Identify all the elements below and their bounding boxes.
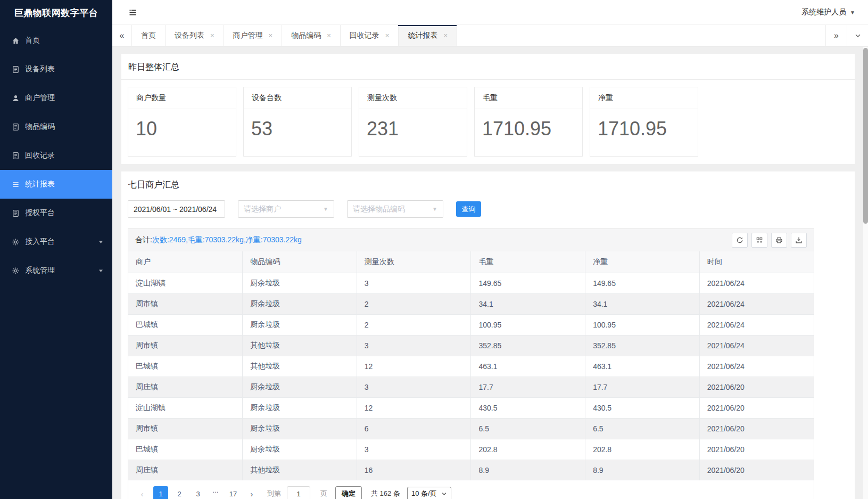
sidebar-item-label: 回收记录 xyxy=(25,151,55,160)
scroll-tabs-right-button[interactable]: » xyxy=(825,25,847,46)
sidebar-item-物品编码[interactable]: 物品编码 xyxy=(0,112,112,141)
tab-options-button[interactable] xyxy=(847,25,868,46)
print-button[interactable] xyxy=(771,233,787,248)
table-cell: 34.1 xyxy=(585,294,700,315)
table-cell: 巴城镇 xyxy=(128,439,243,460)
sidebar-item-系统管理[interactable]: 系统管理 xyxy=(0,256,112,285)
merchant-select[interactable]: 请选择商户 ▼ xyxy=(238,200,334,218)
tab-物品编码[interactable]: 物品编码× xyxy=(282,25,341,46)
tab-回收记录[interactable]: 回收记录× xyxy=(341,25,399,46)
seven-day-report-panel: 七日商户汇总 请选择商户 ▼ 请选择物品编码 ▼ 查询 合计:次数:2469,毛… xyxy=(121,171,855,499)
scroll-tabs-left-button[interactable]: « xyxy=(112,25,132,46)
stat-card-value: 1710.95 xyxy=(590,109,698,156)
sidebar-item-label: 设备列表 xyxy=(25,64,55,74)
gear-icon xyxy=(12,238,20,246)
page-button-17[interactable]: 17 xyxy=(226,486,241,499)
refresh-button[interactable] xyxy=(732,233,748,248)
tab-商户管理[interactable]: 商户管理× xyxy=(224,25,283,46)
table-cell: 352.85 xyxy=(585,336,700,356)
table-row: 巴城镇其他垃圾12463.1463.12021/06/24 xyxy=(128,356,814,377)
table-cell: 12 xyxy=(357,398,471,419)
stat-card-value: 231 xyxy=(359,109,467,156)
tab-统计报表[interactable]: 统计报表× xyxy=(399,25,457,46)
table-row: 周市镇其他垃圾3352.85352.852021/06/24 xyxy=(128,336,814,356)
table-cell: 厨余垃圾 xyxy=(243,419,357,439)
columns-icon xyxy=(756,236,763,244)
columns-button[interactable] xyxy=(751,233,767,248)
tab-label: 统计报表 xyxy=(408,31,437,40)
goto-page-input[interactable] xyxy=(287,486,310,499)
sidebar-item-label: 统计报表 xyxy=(25,179,55,189)
user-menu[interactable]: 系统维护人员 ▼ xyxy=(801,7,855,17)
page-button-2[interactable]: 2 xyxy=(172,486,187,499)
chevron-down-icon xyxy=(98,239,104,245)
caret-down-icon: ▼ xyxy=(323,206,328,212)
main-area: 系统维护人员 ▼ « 首页设备列表×商户管理×物品编码×回收记录×统计报表× »… xyxy=(112,0,868,499)
table-row: 淀山湖镇厨余垃圾3149.65149.652021/06/24 xyxy=(128,273,814,294)
close-tab-icon[interactable]: × xyxy=(327,32,331,39)
item-code-select[interactable]: 请选择物品编码 ▼ xyxy=(347,200,443,218)
page-size-select[interactable]: 10 条/页 xyxy=(407,487,451,499)
query-button[interactable]: 查询 xyxy=(456,201,481,217)
collapse-sidebar-icon[interactable] xyxy=(128,8,137,17)
sidebar-item-label: 物品编码 xyxy=(25,122,55,132)
table-row: 周市镇厨余垃圾234.134.12021/06/24 xyxy=(128,294,814,315)
table-header-row: 商户物品编码测量次数毛重净重时间 xyxy=(128,251,814,273)
page-button-3[interactable]: 3 xyxy=(191,486,205,499)
column-header: 测量次数 xyxy=(357,251,471,273)
sidebar-item-授权平台[interactable]: 授权平台 xyxy=(0,199,112,227)
table-cell: 17.7 xyxy=(471,377,585,398)
totals-value: 次数:2469,毛重:70303.22kg,净重:70303.22kg xyxy=(152,235,302,244)
prev-page-icon[interactable]: ‹ xyxy=(135,486,150,499)
tab-首页[interactable]: 首页 xyxy=(132,25,166,46)
table-cell: 淀山湖镇 xyxy=(128,273,243,294)
report-table: 商户物品编码测量次数毛重净重时间 淀山湖镇厨余垃圾3149.65149.6520… xyxy=(128,251,814,480)
yesterday-summary-title: 昨日整体汇总 xyxy=(121,54,855,80)
tab-bar-right-controls: » xyxy=(825,25,868,46)
table-cell: 厨余垃圾 xyxy=(243,439,357,460)
export-button[interactable] xyxy=(791,233,807,248)
sidebar-item-商户管理[interactable]: 商户管理 xyxy=(0,84,112,112)
sidebar-item-label: 商户管理 xyxy=(25,93,55,103)
page-content: 昨日整体汇总 商户数量10设备台数53测量次数231毛重1710.95净重171… xyxy=(112,46,868,499)
merchant-select-placeholder: 请选择商户 xyxy=(244,204,281,214)
stat-card: 净重1710.95 xyxy=(590,87,698,157)
table-row: 周庄镇其他垃圾168.98.92021/06/20 xyxy=(128,460,814,481)
caret-down-icon: ▼ xyxy=(850,10,855,15)
table-cell: 8.9 xyxy=(471,460,585,481)
table-cell: 12 xyxy=(357,356,471,377)
sidebar-item-设备列表[interactable]: 设备列表 xyxy=(0,55,112,84)
table-cell: 2 xyxy=(357,315,471,336)
goto-confirm-button[interactable]: 确定 xyxy=(335,486,362,499)
table-cell: 463.1 xyxy=(585,356,700,377)
vertical-scrollbar[interactable] xyxy=(863,47,868,499)
sidebar-item-接入平台[interactable]: 接入平台 xyxy=(0,227,112,256)
page-button-1[interactable]: 1 xyxy=(153,486,168,499)
table-cell: 2021/06/24 xyxy=(699,356,814,377)
sidebar-item-回收记录[interactable]: 回收记录 xyxy=(0,141,112,170)
column-header: 商户 xyxy=(128,251,243,273)
stat-card-label: 毛重 xyxy=(475,87,582,109)
next-page-icon[interactable]: › xyxy=(244,486,259,499)
close-tab-icon[interactable]: × xyxy=(385,32,390,39)
close-tab-icon[interactable]: × xyxy=(269,32,273,39)
date-range-input[interactable] xyxy=(128,200,225,218)
scrollbar-thumb[interactable] xyxy=(863,48,868,224)
table-cell: 周市镇 xyxy=(128,294,243,315)
goto-page-label: 到第 xyxy=(267,489,281,498)
export-icon xyxy=(795,236,803,244)
close-tab-icon[interactable]: × xyxy=(443,32,448,39)
close-tab-icon[interactable]: × xyxy=(210,32,214,39)
table-cell: 厨余垃圾 xyxy=(243,398,357,419)
sidebar-item-统计报表[interactable]: 统计报表 xyxy=(0,170,112,199)
stat-card: 商户数量10 xyxy=(128,87,236,157)
sidebar-item-首页[interactable]: 首页 xyxy=(0,26,112,55)
chevron-down-icon xyxy=(98,268,104,274)
table-cell: 2021/06/20 xyxy=(699,398,814,419)
table-cell: 厨余垃圾 xyxy=(243,377,357,398)
total-count-text: 共 162 条 xyxy=(371,489,400,498)
table-cell: 2021/06/20 xyxy=(699,377,814,398)
tab-设备列表[interactable]: 设备列表× xyxy=(166,25,224,46)
stat-card-label: 设备台数 xyxy=(244,87,351,109)
table-cell: 352.85 xyxy=(471,336,585,356)
